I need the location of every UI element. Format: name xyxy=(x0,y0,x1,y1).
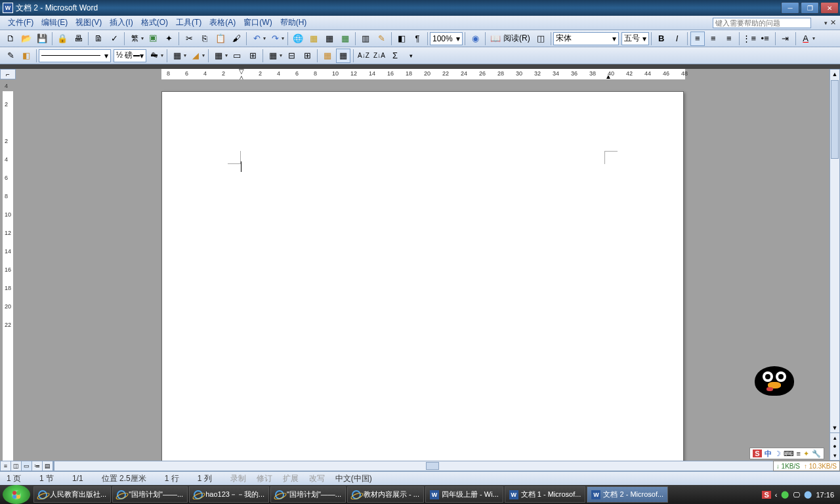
status-language[interactable]: 中文(中国) xyxy=(335,473,372,484)
menu-view[interactable]: 视图(V) xyxy=(72,16,106,30)
hscroll-thumb[interactable] xyxy=(426,462,439,470)
numbering-icon[interactable]: ⋮≡ xyxy=(742,32,757,46)
ime-keyboard-icon[interactable]: ⌨ xyxy=(784,450,794,458)
taskbar-item[interactable]: W四年级上册 - Wi... xyxy=(425,486,503,503)
tray-net-icon[interactable]: ⬤ xyxy=(781,490,789,499)
distribute-cols-icon[interactable]: ⊞ xyxy=(300,49,314,63)
vertical-scrollbar[interactable]: ▲ ▼ ▴ ● ▾ xyxy=(830,69,840,461)
print-view-icon[interactable]: ▭ xyxy=(22,461,32,471)
status-overwrite[interactable]: 改写 xyxy=(309,473,325,484)
insert-table2-icon[interactable]: ▦ xyxy=(211,49,226,63)
outline-view-icon[interactable]: ≔ xyxy=(32,461,43,471)
bullets-icon[interactable]: •≡ xyxy=(758,32,772,46)
spelling-icon[interactable]: ✓ xyxy=(107,32,121,46)
excel-icon[interactable]: ▦ xyxy=(338,32,352,46)
drawing-icon[interactable]: ✎ xyxy=(374,32,388,46)
border-color-icon[interactable]: ✎ xyxy=(147,49,161,63)
next-page-icon[interactable]: ▾ xyxy=(830,451,839,460)
document-page[interactable] xyxy=(161,91,684,461)
open-icon[interactable]: 📂 xyxy=(19,32,33,46)
line-style-combo[interactable]: ▾ xyxy=(39,49,111,62)
web-view-icon[interactable]: ◫ xyxy=(11,461,22,471)
read-label[interactable]: 阅读(R) xyxy=(503,33,530,44)
menu-table[interactable]: 表格(A) xyxy=(205,16,240,30)
horizontal-ruler[interactable]: ▽ △ ▲ 8642246810121416182022242628303234… xyxy=(16,69,830,79)
tray-monitor-icon[interactable]: 🖵 xyxy=(793,491,800,499)
show-marks-icon[interactable]: ¶ xyxy=(410,32,425,46)
menu-help[interactable]: 帮助(H) xyxy=(276,16,311,30)
ime-toolbar[interactable]: S 中 ☽ ⌨ ≡ ✦ 🔧 xyxy=(749,448,824,459)
taskbar-item[interactable]: W文档 2 - Microsof... xyxy=(587,486,668,503)
new-doc-icon[interactable]: 🗋 xyxy=(3,32,18,46)
line-weight-combo[interactable]: ½ 磅▾ xyxy=(114,49,146,62)
tray-arrow-icon[interactable]: ‹ xyxy=(775,491,778,499)
font-combo[interactable]: 宋体▾ xyxy=(553,32,619,45)
status-extend[interactable]: 扩展 xyxy=(283,473,299,484)
maximize-button[interactable]: ❐ xyxy=(801,2,819,14)
doc-map-icon[interactable]: ◧ xyxy=(394,32,409,46)
horizontal-scrollbar[interactable] xyxy=(54,461,830,471)
insert-table-icon[interactable]: ▦ xyxy=(322,32,337,46)
autoformat-icon[interactable]: ▦ xyxy=(320,49,335,63)
close-document-button[interactable]: ✕ xyxy=(830,18,836,27)
font-size-combo[interactable]: 五号▾ xyxy=(621,32,649,45)
scroll-down-icon[interactable]: ▼ xyxy=(830,423,839,432)
ime-zh-icon[interactable]: 中 xyxy=(765,449,772,459)
chinese-tool-icon[interactable]: ✦ xyxy=(161,32,176,46)
save-icon[interactable]: 💾 xyxy=(35,32,49,46)
vertical-ruler[interactable]: 42246810121416182022 xyxy=(0,79,16,461)
columns-icon[interactable]: ▥ xyxy=(358,32,373,46)
menu-tools[interactable]: 工具(T) xyxy=(172,16,205,30)
align-cell-icon[interactable]: ▦ xyxy=(266,49,280,63)
change-direction-icon[interactable]: ▦ xyxy=(336,49,350,63)
taskbar-item[interactable]: "国培计划"——... xyxy=(270,486,346,503)
menu-file[interactable]: 文件(F) xyxy=(4,16,37,30)
start-button[interactable] xyxy=(3,485,30,504)
autosum-icon[interactable]: Σ xyxy=(388,49,402,63)
menu-insert[interactable]: 插入(I) xyxy=(106,16,136,30)
taskbar-item[interactable]: hao123－－我的... xyxy=(189,486,269,503)
undo-icon[interactable]: ↶ xyxy=(249,32,264,46)
bold-icon[interactable]: B xyxy=(654,32,669,46)
ime-skin-icon[interactable]: ✦ xyxy=(803,450,809,458)
merge-cells-icon[interactable]: ▭ xyxy=(230,49,244,63)
taskbar-item[interactable]: W文档 1 - Microsof... xyxy=(505,486,586,503)
copy-icon[interactable]: ⎘ xyxy=(198,32,212,46)
italic-icon[interactable]: I xyxy=(670,32,684,46)
print-icon[interactable]: 🖶 xyxy=(71,32,85,46)
cut-icon[interactable]: ✂ xyxy=(182,32,196,46)
normal-view-icon[interactable]: ≡ xyxy=(1,461,11,471)
help-icon[interactable]: ◉ xyxy=(468,32,482,46)
shading-icon[interactable]: ◢ xyxy=(188,49,203,63)
indent-icon[interactable]: ⇥ xyxy=(778,32,793,46)
permission-icon[interactable]: 🔒 xyxy=(55,32,70,46)
taskbar-item[interactable]: 人民教育出版社... xyxy=(33,486,111,503)
tray-volume-icon[interactable]: ⬤ xyxy=(804,490,812,499)
qq-penguin-icon[interactable] xyxy=(755,366,801,399)
menu-edit[interactable]: 编辑(E) xyxy=(37,16,72,30)
traditional-chinese-icon[interactable]: 繁 xyxy=(127,32,142,46)
distribute-rows-icon[interactable]: ⊟ xyxy=(284,49,299,63)
redo-icon[interactable]: ↷ xyxy=(268,32,282,46)
tray-sogou-icon[interactable]: S xyxy=(762,491,770,499)
format-painter-icon[interactable]: 🖌 xyxy=(229,32,243,46)
tables-borders-icon[interactable]: ▦ xyxy=(306,32,321,46)
help-search-input[interactable] xyxy=(713,18,811,28)
sort-asc-icon[interactable]: A↓Z xyxy=(356,49,371,63)
align-justify-icon[interactable]: ≡ xyxy=(690,32,705,46)
menu-window[interactable]: 窗口(W) xyxy=(240,16,276,30)
browse-object-icon[interactable]: ● xyxy=(830,442,839,451)
print-preview-icon[interactable]: 🗎 xyxy=(91,32,106,46)
prev-page-icon[interactable]: ▴ xyxy=(830,432,839,442)
research-icon[interactable]: 🏿 xyxy=(146,32,160,46)
draw-table-icon[interactable]: ✎ xyxy=(3,49,18,63)
ruler-corner[interactable]: ⌐ xyxy=(0,69,16,79)
toolbar-options-icon[interactable]: ▾ xyxy=(404,49,418,63)
eraser-icon[interactable]: ◧ xyxy=(19,49,33,63)
ime-s-icon[interactable]: S xyxy=(753,450,761,457)
taskbar-item[interactable]: "国培计划"——... xyxy=(112,486,188,503)
menu-format[interactable]: 格式(O) xyxy=(137,16,172,30)
ime-tool-icon[interactable]: 🔧 xyxy=(812,450,821,458)
minimize-button[interactable]: ─ xyxy=(781,2,799,14)
align-center-icon[interactable]: ≡ xyxy=(706,32,721,46)
